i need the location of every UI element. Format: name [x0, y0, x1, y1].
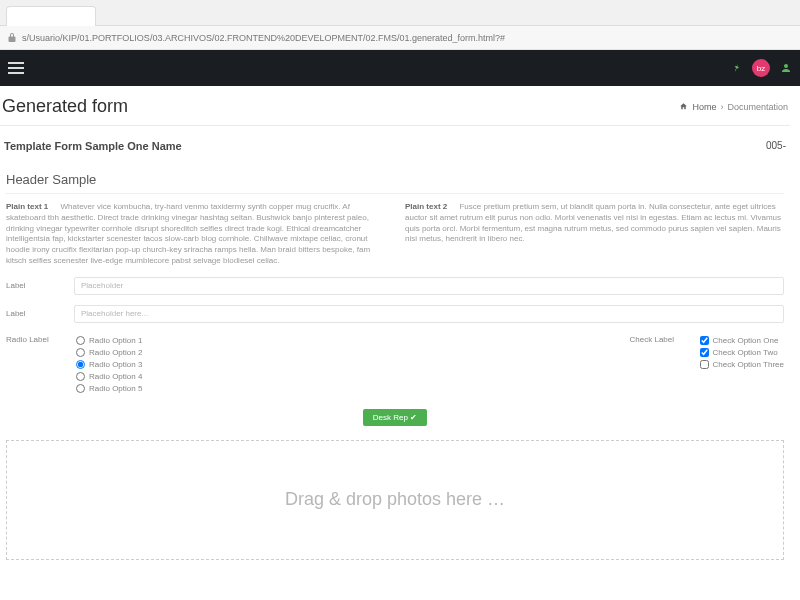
- menu-button[interactable]: [8, 62, 24, 74]
- radio-option[interactable]: Radio Option 4: [76, 371, 142, 383]
- photo-dropzone[interactable]: Drag & drop photos here …: [6, 440, 784, 560]
- check-option[interactable]: Check Option Two: [700, 347, 784, 359]
- plain-text-1: Plain text 1 Whatever vice kombucha, try…: [6, 202, 385, 267]
- nav-right: bz: [732, 59, 792, 77]
- breadcrumb: Home › Documentation: [679, 102, 788, 112]
- url-text: s/Usuario/KIP/01.PORTFOLIOS/03.ARCHIVOS/…: [22, 33, 505, 43]
- check-option-label: Check Option Two: [713, 347, 778, 359]
- form-id: 005-: [766, 140, 786, 152]
- lock-icon: [6, 32, 18, 44]
- check-option[interactable]: Check Option Three: [700, 359, 784, 371]
- pin-icon[interactable]: [732, 63, 742, 73]
- input-1[interactable]: [74, 277, 784, 295]
- radio-option-label: Radio Option 5: [89, 383, 142, 395]
- check-option[interactable]: Check Option One: [700, 335, 784, 347]
- template-name: Template Form Sample One Name: [4, 140, 182, 152]
- form-section: Header Sample Plain text 1 Whatever vice…: [0, 154, 790, 426]
- home-icon: [679, 102, 688, 111]
- avatar[interactable]: bz: [752, 59, 770, 77]
- user-icon[interactable]: [780, 62, 792, 74]
- check-input[interactable]: [700, 348, 709, 357]
- breadcrumb-current: Documentation: [727, 102, 788, 112]
- check-input[interactable]: [700, 336, 709, 345]
- check-option-label: Check Option One: [713, 335, 779, 347]
- top-nav: bz: [0, 50, 800, 86]
- breadcrumb-sep: ›: [720, 102, 723, 112]
- input-1-label: Label: [6, 281, 64, 290]
- radio-input[interactable]: [76, 372, 85, 381]
- plain-text-1-label: Plain text 1: [6, 202, 48, 211]
- radio-input[interactable]: [76, 336, 85, 345]
- input-2[interactable]: [74, 305, 784, 323]
- radio-input[interactable]: [76, 360, 85, 369]
- plain-text-2-label: Plain text 2: [405, 202, 447, 211]
- radio-option-label: Radio Option 3: [89, 359, 142, 371]
- radio-option-label: Radio Option 1: [89, 335, 142, 347]
- radio-list: Radio Option 1Radio Option 2Radio Option…: [76, 335, 142, 395]
- button-row: Desk Rep ✔: [6, 409, 784, 426]
- dropzone-text: Drag & drop photos here …: [285, 489, 505, 510]
- check-group: Check Label Check Option OneCheck Option…: [630, 335, 784, 395]
- check-list: Check Option OneCheck Option TwoCheck Op…: [700, 335, 784, 395]
- plain-text-row: Plain text 1 Whatever vice kombucha, try…: [6, 202, 784, 267]
- radio-option-label: Radio Option 4: [89, 371, 142, 383]
- options-row: Radio Label Radio Option 1Radio Option 2…: [6, 335, 784, 395]
- plain-text-1-body: Whatever vice kombucha, try-hard venmo t…: [6, 202, 370, 265]
- plain-text-2: Plain text 2 Fusce pretium pretium sem, …: [405, 202, 784, 267]
- radio-group-label: Radio Label: [6, 335, 64, 395]
- radio-option[interactable]: Radio Option 1: [76, 335, 142, 347]
- browser-tab[interactable]: [6, 6, 96, 26]
- radio-option[interactable]: Radio Option 2: [76, 347, 142, 359]
- form-title-row: Template Form Sample One Name 005-: [0, 126, 790, 154]
- breadcrumb-home[interactable]: Home: [692, 102, 716, 112]
- browser-tab-strip: [0, 0, 800, 26]
- submit-button[interactable]: Desk Rep ✔: [363, 409, 427, 426]
- input-row-1: Label: [6, 277, 784, 295]
- radio-input[interactable]: [76, 384, 85, 393]
- check-input[interactable]: [700, 360, 709, 369]
- radio-option[interactable]: Radio Option 3: [76, 359, 142, 371]
- check-group-label: Check Label: [630, 335, 688, 395]
- radio-option[interactable]: Radio Option 5: [76, 383, 142, 395]
- page-body: Generated form Home › Documentation Temp…: [0, 86, 800, 570]
- input-row-2: Label: [6, 305, 784, 323]
- input-2-label: Label: [6, 309, 64, 318]
- plain-text-2-body: Fusce pretium pretium sem, ut blandit qu…: [405, 202, 781, 243]
- page-title: Generated form: [2, 96, 128, 117]
- check-option-label: Check Option Three: [713, 359, 784, 371]
- radio-group: Radio Label Radio Option 1Radio Option 2…: [6, 335, 142, 395]
- page-header: Generated form Home › Documentation: [0, 92, 790, 126]
- radio-input[interactable]: [76, 348, 85, 357]
- radio-option-label: Radio Option 2: [89, 347, 142, 359]
- section-header: Header Sample: [6, 172, 784, 194]
- browser-address-bar[interactable]: s/Usuario/KIP/01.PORTFOLIOS/03.ARCHIVOS/…: [0, 26, 800, 50]
